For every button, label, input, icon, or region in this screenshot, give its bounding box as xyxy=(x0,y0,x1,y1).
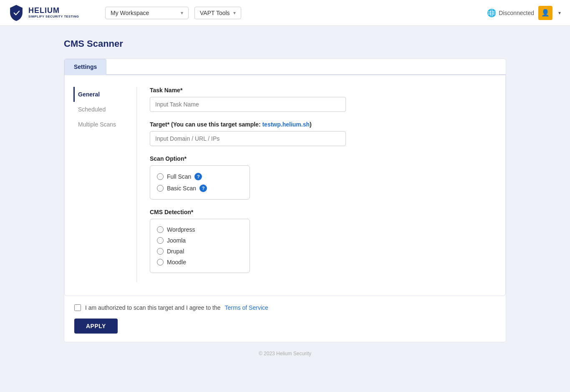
target-sample-link[interactable]: testwp.helium.sh xyxy=(262,121,310,128)
target-label-middle: (You can use this target sample: xyxy=(171,121,262,128)
cms-detection-group: CMS Detection* Wordpress Joomla Drupa xyxy=(150,209,495,273)
agreement-text: I am authorized to scan this target and … xyxy=(85,304,221,311)
agreement-row: I am authorized to scan this target and … xyxy=(74,304,496,311)
target-input[interactable] xyxy=(150,131,346,146)
vapt-arrow: ▾ xyxy=(233,10,236,16)
main-content: CMS Scanner Settings General Scheduled M… xyxy=(55,26,515,373)
wordpress-radio[interactable] xyxy=(157,226,164,233)
cms-drupal[interactable]: Drupal xyxy=(157,246,243,257)
content-wrap: Settings General Scheduled Multiple Scan… xyxy=(64,58,506,342)
cms-detection-label: CMS Detection* xyxy=(150,209,495,215)
footer-text: © 2023 Helium Security xyxy=(259,351,311,357)
task-name-input[interactable] xyxy=(150,97,346,112)
agreement-section: I am authorized to scan this target and … xyxy=(64,296,506,342)
side-nav: General Scheduled Multiple Scans xyxy=(75,87,137,282)
agreement-checkbox[interactable] xyxy=(74,304,81,311)
wordpress-label: Wordpress xyxy=(167,226,195,233)
tabs-bar: Settings xyxy=(64,59,506,75)
moodle-radio[interactable] xyxy=(157,259,164,266)
tab-settings[interactable]: Settings xyxy=(64,59,106,75)
page-footer: © 2023 Helium Security xyxy=(64,342,506,361)
full-scan-radio[interactable] xyxy=(157,173,164,180)
vapt-dropdown[interactable]: VAPT Tools ▾ xyxy=(194,7,241,19)
logo-tagline: SIMPLIFY SECURITY TESTING xyxy=(28,15,79,18)
logo-area: HELIUM SIMPLIFY SECURITY TESTING xyxy=(8,4,99,22)
page-title: CMS Scanner xyxy=(64,38,506,49)
cms-wordpress[interactable]: Wordpress xyxy=(157,224,243,235)
target-label-suffix: ) xyxy=(310,121,312,128)
scan-option-group: Scan Option* Full Scan ? Basic Scan ? xyxy=(150,155,495,200)
caret-icon: ▾ xyxy=(558,10,561,16)
app-header: HELIUM SIMPLIFY SECURITY TESTING My Work… xyxy=(0,0,570,26)
apply-button[interactable]: APPLY xyxy=(74,319,118,334)
basic-scan-label: Basic Scan xyxy=(167,185,196,192)
disconnected-label: Disconnected xyxy=(499,10,534,16)
workspace-dropdown[interactable]: My Workspace ▾ xyxy=(105,7,189,19)
form-body: Task Name* Target* (You can use this tar… xyxy=(137,87,495,282)
target-label-prefix: Target* xyxy=(150,121,169,128)
scan-option-label: Scan Option* xyxy=(150,155,495,162)
moodle-label: Moodle xyxy=(167,259,186,266)
joomla-label: Joomla xyxy=(167,237,186,244)
scan-option-box: Full Scan ? Basic Scan ? xyxy=(150,165,250,200)
user-button[interactable]: 👤 xyxy=(538,6,552,20)
sidebar-item-multiple-scans[interactable]: Multiple Scans xyxy=(73,117,128,132)
connection-status: 🌐 Disconnected xyxy=(487,8,534,18)
joomla-radio[interactable] xyxy=(157,237,164,244)
target-label: Target* (You can use this target sample:… xyxy=(150,121,495,128)
globe-icon: 🌐 xyxy=(487,8,496,18)
full-scan-help-icon[interactable]: ? xyxy=(194,173,202,180)
logo-text: HELIUM SIMPLIFY SECURITY TESTING xyxy=(28,7,79,18)
logo-name: HELIUM xyxy=(28,7,79,15)
cms-moodle[interactable]: Moodle xyxy=(157,257,243,268)
basic-scan-radio[interactable] xyxy=(157,185,164,192)
vapt-label: VAPT Tools xyxy=(200,10,230,16)
header-right: 🌐 Disconnected 👤 ▾ xyxy=(487,6,562,20)
workspace-arrow: ▾ xyxy=(181,10,183,16)
basic-scan-help-icon[interactable]: ? xyxy=(199,185,207,192)
form-card: General Scheduled Multiple Scans Task Na… xyxy=(64,75,506,296)
target-group: Target* (You can use this target sample:… xyxy=(150,121,495,146)
scan-option-full[interactable]: Full Scan ? xyxy=(157,171,243,182)
logo-icon xyxy=(8,4,25,22)
scan-option-basic[interactable]: Basic Scan ? xyxy=(157,182,243,194)
workspace-label: My Workspace xyxy=(111,10,177,16)
task-name-group: Task Name* xyxy=(150,87,495,112)
sidebar-item-scheduled[interactable]: Scheduled xyxy=(73,102,128,117)
full-scan-label: Full Scan xyxy=(167,173,191,180)
user-menu-caret[interactable]: ▾ xyxy=(557,8,562,18)
drupal-label: Drupal xyxy=(167,248,184,255)
sidebar-item-general[interactable]: General xyxy=(73,87,128,102)
user-icon: 👤 xyxy=(541,9,550,17)
cms-detection-box: Wordpress Joomla Drupal Moodle xyxy=(150,219,250,273)
drupal-radio[interactable] xyxy=(157,248,164,255)
task-name-label: Task Name* xyxy=(150,87,495,94)
terms-link[interactable]: Terms of Service xyxy=(225,304,268,311)
cms-joomla[interactable]: Joomla xyxy=(157,235,243,246)
